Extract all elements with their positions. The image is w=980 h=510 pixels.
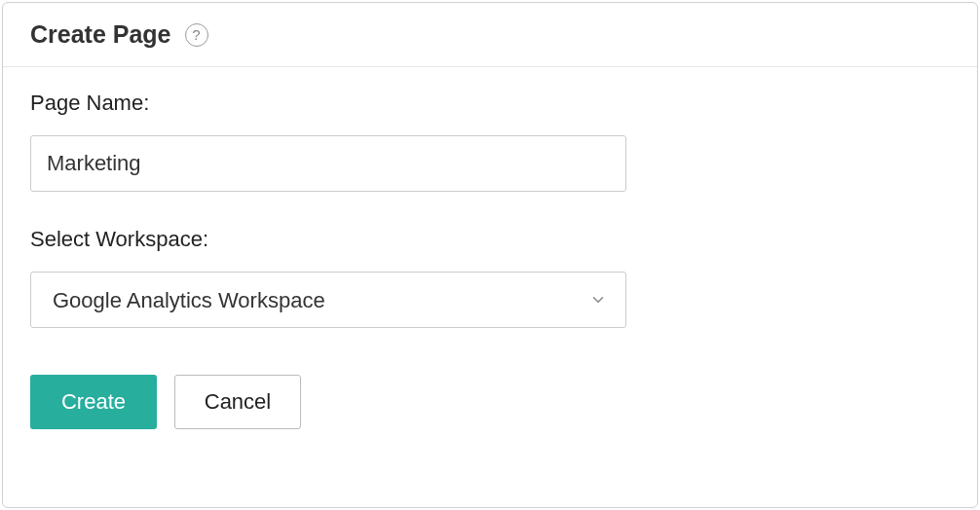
help-icon-label: ? (192, 27, 200, 42)
cancel-button[interactable]: Cancel (174, 375, 301, 429)
dialog-title: Create Page (30, 20, 171, 49)
page-name-label: Page Name: (30, 91, 950, 116)
workspace-select-wrapper: Google Analytics Workspace (30, 272, 626, 328)
help-icon[interactable]: ? (185, 23, 208, 47)
create-button[interactable]: Create (30, 375, 157, 429)
workspace-label: Select Workspace: (30, 227, 950, 252)
page-name-field-group: Page Name: (30, 91, 950, 192)
dialog-header: Create Page ? (3, 3, 977, 67)
create-page-dialog: Create Page ? Page Name: Select Workspac… (2, 2, 978, 508)
workspace-field-group: Select Workspace: Google Analytics Works… (30, 227, 950, 328)
button-row: Create Cancel (30, 375, 950, 429)
page-name-input[interactable] (30, 135, 626, 192)
dialog-body: Page Name: Select Workspace: Google Anal… (3, 67, 977, 456)
workspace-select[interactable]: Google Analytics Workspace (30, 272, 626, 328)
